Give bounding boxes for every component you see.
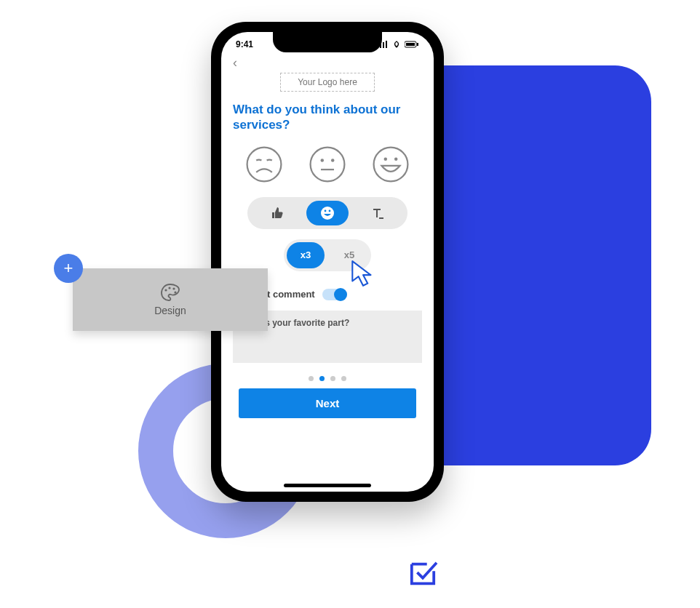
svg-point-11 (331, 159, 335, 162)
svg-point-13 (373, 147, 407, 181)
survey-question: What do you think about our services? (233, 102, 422, 133)
status-time: 9:41 (236, 39, 253, 49)
svg-point-8 (247, 147, 282, 181)
face-neutral-icon[interactable] (308, 145, 347, 184)
smiley-icon (319, 205, 335, 221)
svg-point-16 (321, 207, 334, 220)
text-format-icon (370, 206, 385, 220)
face-happy-icon[interactable] (371, 145, 410, 184)
svg-point-4 (396, 46, 397, 47)
thumbs-option[interactable] (256, 201, 298, 225)
logo-placeholder[interactable]: Your Logo here (280, 73, 375, 92)
phone-notch (273, 32, 382, 52)
status-icons (377, 41, 419, 48)
scale-x5-button[interactable]: x5 (330, 242, 368, 268)
svg-rect-2 (383, 42, 384, 48)
svg-point-9 (311, 147, 345, 181)
add-button[interactable]: + (54, 254, 83, 283)
svg-rect-6 (406, 43, 415, 46)
pager-dot[interactable] (330, 376, 335, 381)
plus-icon: + (64, 259, 73, 278)
checkmark-icon (407, 560, 438, 588)
scale-selector: x3 x5 (284, 239, 371, 271)
phone-mockup: 9:41 ‹ Your Logo here What do you think … (211, 22, 444, 502)
smiley-option[interactable] (306, 201, 349, 225)
page-indicator (233, 376, 422, 381)
svg-point-20 (168, 287, 170, 289)
back-button[interactable]: ‹ (233, 55, 237, 71)
battery-icon (405, 41, 419, 48)
svg-point-10 (321, 159, 325, 162)
svg-point-21 (172, 287, 175, 289)
svg-point-14 (383, 157, 387, 161)
next-button[interactable]: Next (239, 388, 416, 418)
wifi-icon (391, 41, 402, 48)
svg-point-17 (325, 209, 327, 212)
pager-dot[interactable] (341, 376, 346, 381)
svg-point-19 (164, 289, 167, 291)
home-indicator (284, 484, 371, 487)
design-card[interactable]: Design (73, 268, 268, 331)
pager-dot[interactable] (319, 376, 325, 381)
thumbs-up-icon (270, 206, 285, 220)
design-card-label: Design (154, 305, 186, 316)
request-comment-toggle[interactable] (322, 289, 347, 300)
svg-point-22 (174, 291, 176, 293)
scale-x3-button[interactable]: x3 (287, 242, 325, 268)
rating-type-selector (247, 197, 407, 229)
text-option[interactable] (357, 201, 399, 225)
svg-point-18 (329, 209, 331, 212)
svg-rect-3 (386, 41, 387, 48)
rating-faces (233, 145, 422, 184)
pager-dot[interactable] (309, 376, 314, 381)
palette-icon (160, 283, 180, 302)
svg-point-15 (394, 157, 398, 161)
face-sad-icon[interactable] (244, 145, 284, 184)
svg-rect-7 (417, 43, 418, 46)
